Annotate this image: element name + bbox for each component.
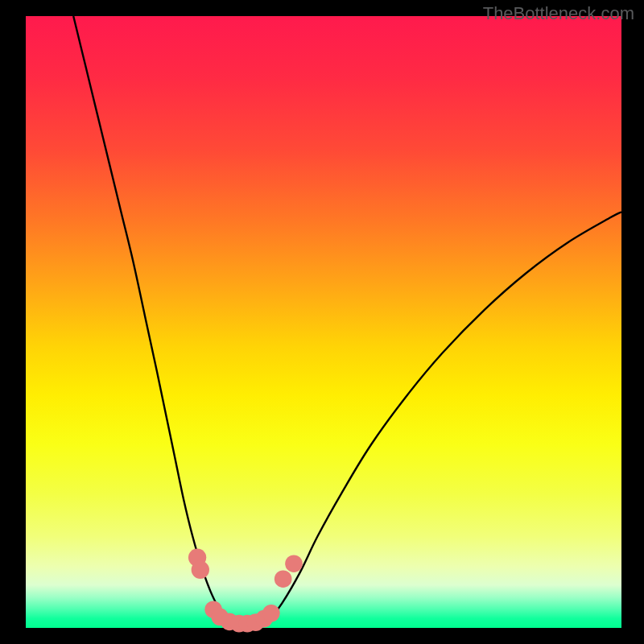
data-marker bbox=[262, 605, 280, 622]
data-marker bbox=[192, 561, 209, 579]
curve-right bbox=[270, 212, 621, 618]
data-marker bbox=[285, 555, 303, 572]
outer-frame: TheBottleneck.com bbox=[0, 0, 644, 644]
curve-left bbox=[73, 16, 225, 619]
marker-group bbox=[188, 548, 303, 632]
data-marker bbox=[275, 570, 292, 588]
curve-layer bbox=[26, 16, 621, 628]
